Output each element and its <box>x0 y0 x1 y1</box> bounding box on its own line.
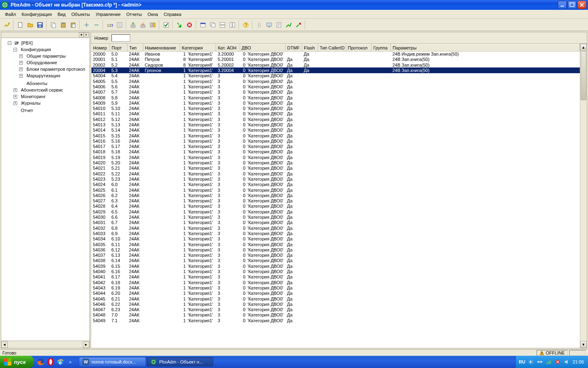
tree-item[interactable]: Оборудование <box>26 60 58 66</box>
remove-button[interactable] <box>92 20 101 29</box>
start-button[interactable]: пуск <box>0 356 34 368</box>
menu-объекты[interactable]: Объекты <box>69 11 92 18</box>
column-header[interactable]: Протокол <box>346 44 371 52</box>
table-row[interactable]: 540135.1324АК1 'Категория1'30 'Категория… <box>91 122 580 127</box>
monitor-button[interactable] <box>265 20 274 29</box>
language-indicator[interactable]: RU <box>519 359 526 364</box>
table-row[interactable]: 540055.524АК1 'Категория1'30 'Категория … <box>91 79 580 84</box>
tree-item[interactable]: Конфигурация <box>20 47 52 53</box>
ie-icon[interactable]: e <box>56 357 65 366</box>
menu-вид[interactable]: Вид <box>55 11 68 18</box>
table-row[interactable]: 540336.924АК1 'Категория1'30 'Категория … <box>91 231 580 236</box>
download-button[interactable] <box>138 20 147 29</box>
tree-item[interactable]: Общие параметры <box>26 53 67 59</box>
window-button[interactable] <box>198 20 207 29</box>
disconnect-button[interactable] <box>294 20 303 29</box>
table-row[interactable]: 540065.624АК1 'Категория1'30 'Категория … <box>91 84 580 89</box>
table-row[interactable]: 540346.1024АК1 'Категория1'30 'Категория… <box>91 236 580 242</box>
tree-item[interactable]: Маршрутизация <box>26 73 61 79</box>
table-row[interactable]: 540185.1824АК1 'Категория1'30 'Категория… <box>91 149 580 155</box>
column-header[interactable]: Категория <box>180 44 216 52</box>
table-row[interactable]: 540456.2124АК1 'Категория1'30 'Категория… <box>91 296 580 301</box>
table-row[interactable]: 200025.224АКСидоров8 'Категория8'5.20002… <box>91 62 580 67</box>
table-row[interactable]: 540316.724АК1 'Категория1'30 'Категория … <box>91 220 580 225</box>
table-row[interactable]: 540205.2024АК1 'Категория1'30 'Категория… <box>91 160 580 165</box>
column-header[interactable]: Кат. АОН <box>216 44 240 52</box>
menu-отчеты[interactable]: Отчеты <box>124 11 144 18</box>
tree-item[interactable]: Мониторинг <box>20 94 47 100</box>
table-row[interactable]: 540356.1124АК1 'Категория1'30 'Категория… <box>91 242 580 247</box>
table-row[interactable]: 200045.324АКГрязнов1 'Категория1'3.20004… <box>91 67 580 73</box>
sidebar-dropdown-icon[interactable]: ▾ <box>79 32 84 37</box>
table-row[interactable]: 540497.124АК1 'Категория1'30 'Категория … <box>91 318 580 323</box>
column-header[interactable]: ДВО <box>240 44 285 52</box>
column-header[interactable]: Тип CallerID <box>318 44 346 52</box>
table-row[interactable]: 540145.1424АК1 'Категория1'30 'Категория… <box>91 128 580 133</box>
paste-special-button[interactable] <box>69 20 78 29</box>
table-row[interactable]: 540215.2124АК1 'Категория1'30 'Категория… <box>91 166 580 171</box>
table-row[interactable]: 540195.1924АК1 'Категория1'30 'Категория… <box>91 155 580 160</box>
maximize-button[interactable] <box>568 1 577 9</box>
quicklaunch-more-icon[interactable]: » <box>66 357 75 366</box>
taskbar-button[interactable]: Wпопов готовый.docx... <box>79 357 146 367</box>
table-row[interactable]: 540436.1924АК1 'Категория1'30 'Категория… <box>91 285 580 290</box>
column-header[interactable]: Номер <box>91 44 110 52</box>
tray-volume-icon[interactable] <box>564 359 570 365</box>
table-row[interactable]: 540476.2324АК1 'Категория1'30 'Категория… <box>91 307 580 312</box>
column-header[interactable]: Flash <box>302 44 318 52</box>
table-row[interactable]: 540095.924АК1 'Категория1'30 'Категория … <box>91 100 580 105</box>
table-row[interactable]: 540487.024АК1 'Категория1'30 'Категория … <box>91 312 580 318</box>
table-row[interactable]: 200005.024АКИванов1 'Категория1'3.200000… <box>91 52 580 57</box>
scroll-up-icon[interactable]: ▴ <box>580 44 587 51</box>
tray-signal-icon[interactable] <box>546 359 552 365</box>
menu-окна[interactable]: Окна <box>145 11 160 18</box>
save-button[interactable] <box>36 20 45 29</box>
table-row[interactable]: 540235.2324АК1 'Категория1'30 'Категория… <box>91 176 580 182</box>
help-button[interactable]: ? <box>241 20 250 29</box>
stop-button[interactable] <box>185 20 194 29</box>
scroll-right-icon[interactable]: ▸ <box>83 341 89 348</box>
table-row[interactable]: 540125.1224АК1 'Категория1'30 'Категория… <box>91 117 580 122</box>
copy-button[interactable] <box>49 20 58 29</box>
tree-root[interactable]: [PBX] <box>20 40 33 46</box>
table-row[interactable]: 540105.1024АК1 'Категория1'30 'Категория… <box>91 105 580 111</box>
log-button[interactable] <box>274 20 283 29</box>
sidebar-close-icon[interactable]: × <box>84 32 89 37</box>
opera-icon[interactable] <box>46 357 55 366</box>
close-button[interactable] <box>577 1 586 9</box>
table-row[interactable]: 540406.1624АК1 'Категория1'30 'Категория… <box>91 269 580 274</box>
table-row[interactable]: 540246.024АК1 'Категория1'30 'Категория … <box>91 182 580 187</box>
table-row[interactable]: 540306.624АК1 'Категория1'30 'Категория … <box>91 214 580 220</box>
run-button[interactable] <box>175 20 184 29</box>
table-row[interactable]: 540075.724АК1 'Категория1'30 'Категория … <box>91 90 580 95</box>
table-row[interactable]: 540085.824АК1 'Категория1'30 'Категория … <box>91 95 580 100</box>
column-header[interactable]: Порт <box>110 44 127 52</box>
tile-h-button[interactable] <box>218 20 227 29</box>
paste-button[interactable] <box>59 20 68 29</box>
scroll-down-icon[interactable]: ▾ <box>580 341 587 348</box>
table-row[interactable]: 540266.224АК1 'Категория1'30 'Категория … <box>91 193 580 198</box>
column-header[interactable]: Тип <box>127 44 143 52</box>
table-row[interactable]: 540115.1124АК1 'Категория1'30 'Категория… <box>91 111 580 117</box>
connect-button[interactable] <box>2 20 11 29</box>
table-row[interactable]: 540155.1524АК1 'Категория1'30 'Категория… <box>91 133 580 138</box>
network-button[interactable] <box>284 20 293 29</box>
tree-item[interactable]: Блоки параметров протокол <box>26 66 86 72</box>
tree[interactable]: −🖳[PBX]−Конфигурация+Общие параметры+Обо… <box>1 38 89 341</box>
table-row[interactable]: 540386.1424АК1 'Категория1'30 'Категория… <box>91 258 580 263</box>
cascade-button[interactable] <box>208 20 217 29</box>
tree-item[interactable]: Журналы <box>20 100 41 106</box>
table-row[interactable]: 540256.124АК1 'Категория1'30 'Категория … <box>91 187 580 193</box>
new-button[interactable] <box>16 20 25 29</box>
table-row[interactable]: 540366.1224АК1 'Категория1'30 'Категория… <box>91 247 580 252</box>
column-header[interactable]: Наименование <box>143 44 180 52</box>
menu-справка[interactable]: Справка <box>161 11 184 18</box>
taskbar-button[interactable]: PbxAdm - Объект н... <box>147 357 214 367</box>
table-row[interactable]: 540175.1724АК1 'Категория1'30 'Категория… <box>91 144 580 149</box>
menu-управление[interactable]: Управление <box>93 11 123 18</box>
table-row[interactable]: 200015.124АКПетров8 'Категория8'5.200010… <box>91 57 580 62</box>
menu-файл[interactable]: Файл <box>2 11 18 18</box>
minimize-button[interactable] <box>558 1 567 9</box>
vertical-scrollbar[interactable]: ▴ ▾ <box>580 44 587 348</box>
table-row[interactable]: 540426.1824АК1 'Категория1'30 'Категория… <box>91 280 580 285</box>
